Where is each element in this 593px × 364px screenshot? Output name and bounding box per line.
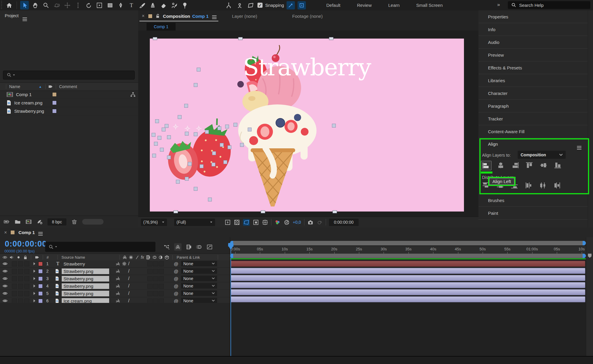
layer-label-swatch[interactable] [38,299,43,303]
bounding-box-handle[interactable] [333,210,337,213]
current-timecode[interactable]: 0:00:00:00 [5,239,47,249]
distribute-horizontal-center-button[interactable] [538,181,548,190]
label-swatch[interactable] [52,109,57,113]
layer-handle-square[interactable] [212,151,216,155]
panel-item-audio[interactable]: Audio [478,36,588,49]
layer-handle-square[interactable] [162,128,166,131]
mask-visibility-icon[interactable] [243,219,250,226]
pen-tool-icon[interactable] [116,1,125,9]
layer-handle-square[interactable] [194,132,198,136]
brush-tool-icon[interactable] [138,1,146,9]
interpret-footage-icon[interactable] [4,219,10,225]
world-axis-icon[interactable] [235,1,244,9]
source-name-column[interactable]: Source Name [61,255,85,260]
rectangle-tool-icon[interactable] [106,1,114,9]
layer-handle-square[interactable] [332,124,336,128]
workspace-overflow-chevron[interactable]: » [497,2,499,8]
toolbar-grip[interactable] [0,1,4,9]
comp-label-swatch[interactable] [148,14,152,18]
parent-pick-whip-icon[interactable]: @ [174,276,178,281]
new-folder-icon[interactable] [15,219,21,225]
layer-handle-square[interactable] [178,115,182,119]
layer-duration-bar-5[interactable] [230,289,585,295]
expand-layer-chevron[interactable] [34,292,35,295]
shy-column-icon[interactable] [122,255,127,260]
shy-switch-icon[interactable] [116,269,120,273]
label-column-icon[interactable] [35,255,40,260]
panel-item-content-aware-fill[interactable]: Content-Aware Fill [478,125,588,138]
workspace-tab-review[interactable]: Review [357,3,372,8]
delete-trash-icon[interactable] [71,219,77,225]
bit-depth-button[interactable]: 8 bpc [47,218,66,225]
timeline-comp-swatch[interactable] [10,230,15,235]
layer-handle-square[interactable] [205,130,209,134]
anchor-point-crosshair[interactable] [244,138,249,143]
sort-ascending-icon[interactable]: ▲ [39,85,42,88]
clone-stamp-tool-icon[interactable] [148,1,157,9]
switch-cell[interactable] [153,276,158,281]
layer-handle-square[interactable] [158,136,161,140]
shy-switch-icon[interactable] [116,299,120,303]
lock-cell[interactable] [24,276,29,281]
quality-switch-icon[interactable]: / [128,261,129,266]
layer-handle-square[interactable] [152,133,155,137]
layer-handle-square[interactable] [228,145,231,149]
layer-label-swatch[interactable] [38,262,43,266]
tab-footage[interactable]: Footage (none) [292,14,323,19]
panel-item-paragraph[interactable]: Paragraph [478,100,588,112]
switch-cell[interactable] [159,269,164,274]
project-row-strawberry-png[interactable]: Strawberry.png [0,107,138,115]
resolution-dropdown[interactable]: (Full) [174,219,215,226]
motion-blur-icon[interactable] [196,244,202,250]
snap-to-features-icon[interactable] [287,1,295,9]
layer-handle-square[interactable] [185,132,189,136]
lock-icon[interactable] [23,255,28,260]
layer-handle-square[interactable] [194,187,198,191]
layer-handle-square[interactable] [217,126,221,130]
audio-cell[interactable] [12,291,17,296]
solo-cell[interactable] [18,298,23,303]
layer-visibility-eye-icon[interactable] [2,291,8,296]
label-column-icon[interactable] [48,84,53,89]
puppet-pin-tool-icon[interactable] [180,1,189,9]
project-row-ice-cream-png[interactable]: Ice cream.png [0,99,138,107]
fast-previews-icon[interactable] [225,219,231,225]
hand-tool-icon[interactable] [31,1,39,9]
layer-handle-square[interactable] [208,198,212,201]
channel-icon[interactable] [274,219,281,225]
timeline-tab-label[interactable]: Comp 1 [18,230,35,235]
view-axis-icon[interactable] [246,1,255,9]
layer-handle-square[interactable] [248,128,252,131]
close-tab-icon[interactable]: × [142,13,144,19]
layer-handle-square[interactable] [223,160,227,164]
panel-item-properties[interactable]: Properties [478,10,588,23]
layer-duration-bar-3[interactable] [230,275,585,281]
layer-handle-square[interactable] [167,135,171,139]
bounding-box-handle[interactable] [329,37,333,40]
comp-subtab[interactable]: Comp 1 [147,23,176,31]
project-settings-icon[interactable] [36,219,43,225]
lock-cell[interactable] [24,298,29,303]
expand-layer-chevron[interactable] [34,299,35,302]
composition-canvas[interactable]: Strawberry [150,39,464,212]
layer-visibility-eye-icon[interactable] [2,284,8,288]
label-swatch[interactable] [52,92,57,97]
pan-camera-tool-icon[interactable] [63,1,71,9]
collapse-switch-icon[interactable] [122,262,126,266]
tab-composition-label[interactable]: Composition [163,14,190,19]
switch-cell[interactable] [147,276,152,281]
anchor-point-crosshair[interactable] [185,126,190,131]
switch-cell[interactable] [153,291,158,296]
type-tool-icon[interactable]: T [127,1,136,9]
align-panel-menu-icon[interactable] [577,144,581,149]
layer-row-2[interactable]: 2Strawberry.png/@None [0,268,230,275]
panel-item-info[interactable]: Info [478,23,588,36]
track-area[interactable] [230,260,586,303]
layer-handle-square[interactable] [184,104,188,108]
timeline-menu-icon[interactable] [38,230,43,235]
shy-switch-icon[interactable] [116,262,120,266]
layer-duration-bar-2[interactable] [230,268,585,274]
canvas-title-text[interactable]: Strawberry [150,54,464,81]
layer-label-swatch[interactable] [38,276,43,281]
layer-handle-square[interactable] [152,154,156,158]
